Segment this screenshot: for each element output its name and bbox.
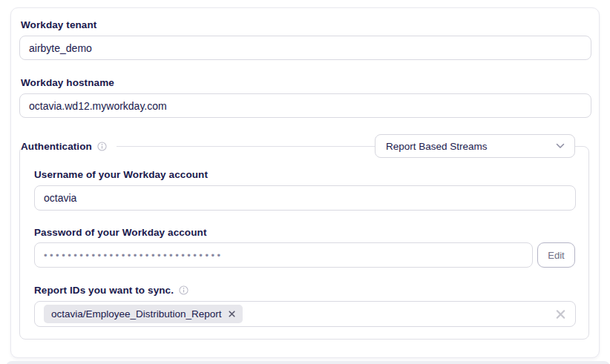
tag-remove-icon[interactable] xyxy=(229,311,235,317)
password-input[interactable] xyxy=(34,242,533,268)
password-edit-button[interactable]: Edit xyxy=(537,242,575,268)
auth-mode-select[interactable]: Report Based Streams xyxy=(375,134,575,158)
next-section-card-edge xyxy=(6,361,610,364)
password-label: Password of your Workday account xyxy=(34,227,207,238)
authentication-label: Authentication xyxy=(21,141,92,152)
report-ids-tag-input[interactable]: octavia/Employee_Distribution_Report xyxy=(34,301,576,327)
workday-tenant-input[interactable] xyxy=(19,36,591,60)
auth-mode-selected-value: Report Based Streams xyxy=(386,141,488,152)
report-id-tag-text: octavia/Employee_Distribution_Report xyxy=(51,308,222,320)
clear-all-icon[interactable] xyxy=(556,309,565,319)
connector-settings-page: { "card": { "tenant": { "label": "Workda… xyxy=(0,0,610,364)
info-icon[interactable] xyxy=(97,142,107,151)
username-input[interactable] xyxy=(34,185,576,211)
workday-tenant-label: Workday tenant xyxy=(21,19,96,30)
authentication-section-header: Authentication xyxy=(21,140,117,153)
info-icon[interactable] xyxy=(179,285,188,295)
report-ids-label-row: Report IDs you want to sync. xyxy=(34,285,188,296)
username-label: Username of your Workday account xyxy=(34,169,208,180)
report-ids-label: Report IDs you want to sync. xyxy=(34,285,174,296)
workday-hostname-label: Workday hostname xyxy=(21,77,114,88)
report-id-tag: octavia/Employee_Distribution_Report xyxy=(44,305,243,323)
workday-hostname-input[interactable] xyxy=(19,93,591,118)
chevron-down-icon xyxy=(556,143,565,149)
